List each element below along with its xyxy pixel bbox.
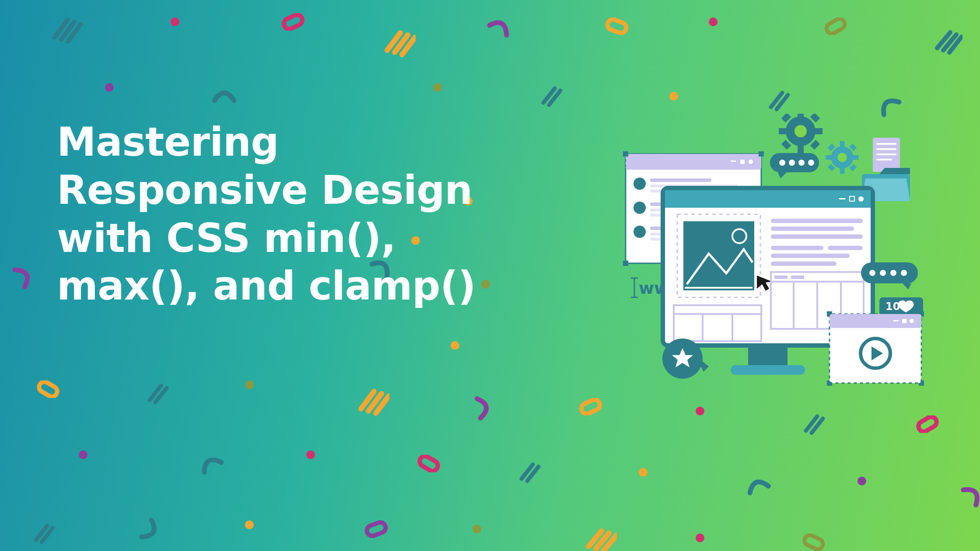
svg-rect-159: [830, 314, 921, 328]
svg-point-14: [709, 17, 718, 26]
gear-icon: [826, 141, 859, 174]
title-line-4: max(), and clamp(): [57, 263, 476, 309]
svg-rect-98: [650, 178, 711, 182]
svg-rect-123: [771, 219, 863, 223]
svg-line-35: [361, 391, 374, 409]
svg-marker-147: [903, 283, 911, 289]
title-line-1: Mastering: [57, 119, 279, 165]
document-icon: [873, 138, 900, 172]
speech-bubble-icon: [770, 153, 819, 178]
svg-rect-72: [849, 143, 857, 151]
svg-rect-161: [902, 319, 906, 323]
svg-marker-82: [778, 172, 787, 178]
gear-icon: [779, 114, 822, 153]
svg-rect-125: [771, 234, 863, 239]
svg-rect-90: [740, 160, 745, 164]
svg-line-45: [596, 533, 609, 549]
svg-line-19: [943, 35, 956, 50]
svg-rect-5: [282, 13, 304, 31]
svg-rect-64: [810, 140, 820, 150]
svg-rect-73: [828, 164, 835, 171]
title-line-2: Responsive Design: [57, 167, 472, 213]
svg-point-97: [634, 178, 646, 190]
svg-rect-71: [828, 143, 835, 151]
hero-illustration: www: [599, 114, 941, 455]
svg-point-149: [880, 270, 886, 276]
svg-line-37: [376, 396, 389, 413]
svg-point-151: [901, 270, 907, 276]
svg-point-148: [869, 270, 875, 276]
svg-rect-129: [771, 262, 836, 266]
svg-point-83: [779, 160, 785, 166]
svg-line-0: [55, 20, 68, 37]
svg-line-10: [543, 88, 555, 103]
svg-line-6: [387, 33, 400, 50]
svg-rect-128: [771, 254, 850, 258]
svg-line-44: [588, 531, 602, 547]
svg-point-13: [669, 92, 678, 101]
svg-line-31: [42, 528, 53, 542]
svg-line-46: [603, 535, 616, 551]
svg-line-8: [402, 37, 415, 55]
svg-line-41: [522, 464, 533, 479]
like-counter-badge: 100: [879, 297, 923, 316]
svg-point-49: [696, 534, 704, 542]
svg-rect-39: [418, 455, 440, 472]
svg-line-2: [68, 24, 81, 42]
svg-line-29: [155, 388, 167, 402]
svg-point-150: [890, 270, 896, 276]
svg-line-1: [61, 22, 74, 39]
svg-rect-74: [849, 164, 857, 171]
svg-rect-58: [798, 145, 804, 153]
svg-rect-60: [815, 128, 822, 134]
svg-point-27: [79, 450, 88, 459]
window-video: [827, 311, 924, 386]
svg-point-84: [789, 160, 795, 166]
svg-point-85: [798, 160, 805, 166]
svg-point-40: [472, 525, 481, 534]
svg-point-53: [858, 477, 866, 485]
svg-rect-136: [791, 276, 804, 279]
title-line-3: with CSS min(),: [57, 215, 396, 261]
svg-point-56: [794, 125, 807, 137]
svg-rect-70: [853, 155, 859, 160]
svg-line-15: [771, 93, 782, 107]
svg-line-18: [937, 32, 950, 48]
svg-point-34: [306, 450, 315, 459]
svg-rect-69: [826, 155, 832, 160]
svg-point-4: [105, 83, 114, 92]
svg-rect-17: [825, 17, 847, 35]
svg-line-16: [777, 95, 788, 109]
svg-rect-68: [840, 168, 845, 174]
svg-point-9: [433, 83, 442, 92]
svg-rect-26: [37, 380, 59, 398]
svg-rect-52: [803, 534, 825, 551]
svg-rect-127: [828, 246, 863, 250]
svg-rect-126: [771, 246, 823, 250]
svg-line-36: [368, 394, 382, 411]
svg-point-105: [634, 226, 646, 238]
svg-rect-63: [781, 140, 791, 150]
svg-point-25: [451, 341, 459, 350]
svg-rect-12: [606, 18, 628, 35]
hero-title: Mastering Responsive Design with CSS min…: [57, 118, 476, 310]
svg-line-20: [949, 37, 962, 52]
svg-point-86: [808, 160, 814, 166]
svg-point-24: [481, 280, 490, 289]
svg-point-101: [634, 202, 646, 214]
svg-rect-38: [365, 521, 387, 537]
svg-point-3: [171, 17, 179, 26]
svg-point-66: [838, 153, 847, 162]
svg-point-160: [910, 319, 914, 323]
svg-rect-141: [748, 345, 788, 367]
svg-point-47: [639, 468, 648, 477]
svg-rect-57: [798, 114, 804, 117]
svg-line-7: [395, 35, 408, 52]
svg-rect-59: [779, 128, 787, 134]
svg-rect-135: [774, 276, 788, 279]
svg-line-30: [36, 526, 47, 540]
svg-rect-124: [771, 227, 854, 231]
svg-rect-67: [840, 141, 845, 147]
svg-point-32: [245, 380, 254, 389]
svg-rect-117: [839, 198, 845, 199]
